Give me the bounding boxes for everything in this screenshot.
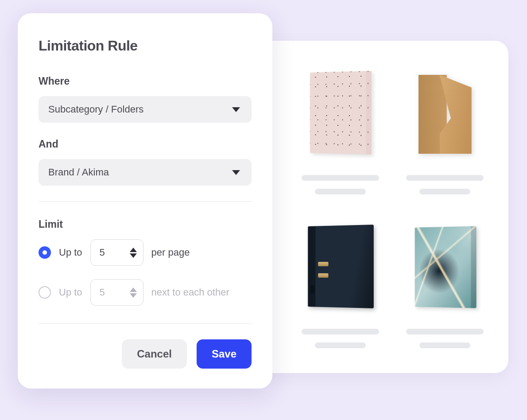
product-card [402,221,489,348]
product-card [297,67,384,194]
where-select-value: Subcategory / Folders [48,104,143,115]
chevron-down-icon [232,107,240,112]
save-button[interactable]: Save [197,339,252,369]
product-grid [297,67,488,348]
divider [39,201,252,202]
stepper-arrows-icon[interactable] [130,288,137,298]
modal-actions: Cancel Save [39,323,252,369]
product-image [302,221,379,307]
modal-title: Limitation Rule [39,38,252,54]
and-label: And [39,138,252,150]
quantity-stepper-per-page[interactable]: 5 [90,239,143,266]
limit-option-adjacent: Up to 5 next to each other [39,279,252,306]
placeholder-line [406,329,484,334]
product-image [302,67,379,154]
where-label: Where [39,75,252,87]
limit-suffix: next to each other [151,287,229,298]
limit-prefix: Up to [59,247,82,258]
and-select-value: Brand / Akima [48,167,109,178]
limit-label: Limit [39,218,252,230]
placeholder-line [315,189,366,194]
placeholder-line [406,175,484,181]
limit-suffix: per page [151,247,190,258]
limitation-rule-modal: Limitation Rule Where Subcategory / Fold… [18,13,272,389]
cancel-button[interactable]: Cancel [122,339,187,369]
stepper-value: 5 [100,247,105,258]
chevron-down-icon [232,170,240,175]
placeholder-line [419,189,470,194]
where-select[interactable]: Subcategory / Folders [39,96,252,123]
product-image [406,67,484,154]
placeholder-line [302,329,379,334]
and-select[interactable]: Brand / Akima [39,159,252,186]
limit-option-per-page: Up to 5 per page [39,239,252,266]
quantity-stepper-adjacent[interactable]: 5 [90,279,143,306]
placeholder-line [419,342,470,348]
radio-per-page[interactable] [39,246,51,259]
stepper-arrows-icon[interactable] [130,248,137,258]
product-image [406,221,484,307]
radio-adjacent[interactable] [39,286,51,299]
limit-prefix: Up to [59,287,82,298]
product-card [297,221,384,348]
product-card [402,67,489,194]
placeholder-line [302,175,379,181]
stepper-value: 5 [100,287,105,298]
placeholder-line [315,342,366,348]
